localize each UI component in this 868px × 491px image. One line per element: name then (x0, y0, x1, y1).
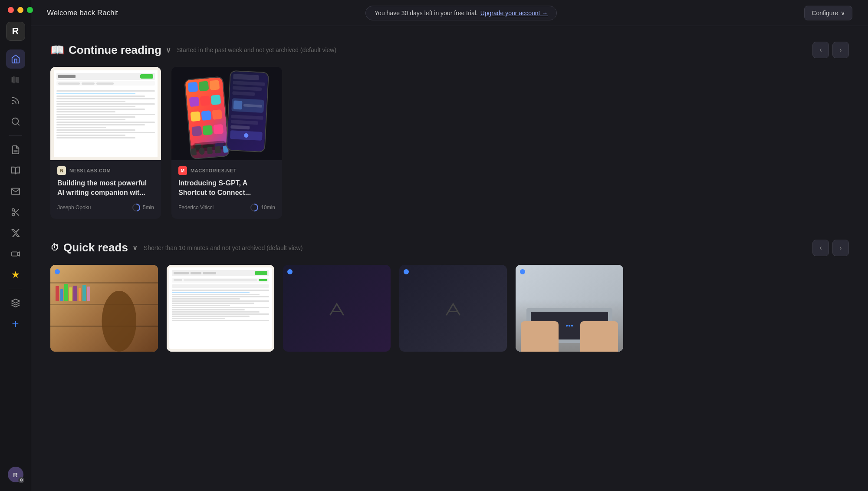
app-logo: R (6, 22, 25, 41)
quick-card-1[interactable] (50, 265, 158, 352)
nesslabs-time: 5min (132, 203, 154, 212)
chevron-down-icon: ∨ (166, 46, 171, 54)
sidebar-item-video[interactable] (6, 244, 25, 264)
content-area: 📖 Continue reading ∨ Started in the past… (31, 26, 868, 491)
readwise-symbol-4 (440, 295, 466, 321)
nesslabs-author: Joseph Opoku (57, 204, 91, 211)
sidebar-item-notes[interactable] (6, 140, 25, 159)
sidebar-item-scissors[interactable] (6, 203, 25, 222)
svg-line-12 (16, 213, 19, 215)
continue-reading-cards: N NESSLABS.COM Building the most powerfu… (50, 67, 849, 219)
avatar-settings-badge: ⚙ (18, 477, 24, 483)
svg-marker-16 (11, 299, 19, 303)
trial-pill: You have 30 days left in your free trial… (365, 6, 557, 20)
minimize-button[interactable] (17, 7, 23, 13)
trial-banner: You have 30 days left in your free trial… (127, 6, 796, 20)
svg-marker-15 (17, 252, 20, 256)
traffic-lights (8, 7, 33, 13)
qr-next-arrow[interactable]: › (832, 240, 849, 256)
sidebar-item-home[interactable] (6, 49, 25, 69)
macstories-card-meta: Federico Viticci 10min (178, 203, 275, 212)
book-icon: 📖 (50, 43, 64, 57)
close-button[interactable] (8, 7, 14, 13)
main-content: Welcome back Rachit You have 30 days lef… (31, 0, 868, 491)
card-image-nesslabs (50, 67, 161, 160)
upgrade-link[interactable]: Upgrade your account → (480, 10, 548, 16)
quick-reads-title[interactable]: ⏱ Quick reads ∨ (50, 241, 138, 254)
chevron-down-icon-qr: ∨ (132, 244, 138, 252)
sidebar-item-layers[interactable] (6, 293, 25, 313)
card-body-nesslabs: N NESSLABS.COM Building the most powerfu… (50, 160, 161, 219)
quick-card-3[interactable] (283, 265, 391, 352)
continue-reading-title[interactable]: 📖 Continue reading ∨ (50, 43, 171, 57)
nesslabs-favicon: N (57, 166, 66, 175)
card-source-nesslabs: N NESSLABS.COM (57, 166, 154, 175)
unread-dot-3 (287, 269, 293, 274)
maximize-button[interactable] (27, 7, 33, 13)
quick-card-5[interactable]: ●●● (516, 265, 623, 352)
configure-button[interactable]: Configure ∨ (804, 6, 852, 20)
card-source-macstories: M MACSTORIES.NET (178, 166, 275, 175)
macstories-favicon: M (178, 166, 187, 175)
svg-line-13 (14, 211, 16, 212)
quick-card-2[interactable] (167, 265, 274, 352)
continue-reading-header: 📖 Continue reading ∨ Started in the past… (50, 42, 849, 58)
nesslabs-source-name: NESSLABS.COM (69, 168, 111, 173)
sidebar-item-add[interactable]: + (6, 314, 25, 333)
quick-reads-cards: ●●● (50, 265, 849, 352)
sidebar-item-books[interactable] (6, 161, 25, 180)
article-card-nesslabs[interactable]: N NESSLABS.COM Building the most powerfu… (50, 67, 161, 219)
nesslabs-card-meta: Joseph Opoku 5min (57, 203, 154, 212)
continue-reading-subtitle: Started in the past week and not yet arc… (177, 46, 806, 53)
sidebar-divider-1 (9, 135, 22, 136)
sidebar-divider-2 (9, 289, 22, 289)
continue-reading-nav: ‹ › (812, 42, 849, 58)
avatar[interactable]: R ⚙ (8, 467, 23, 482)
phone-screen-2 (227, 71, 268, 152)
sidebar-item-search[interactable] (6, 112, 25, 131)
macstories-time: 10min (250, 203, 275, 212)
sidebar-item-feed[interactable] (6, 91, 25, 110)
welcome-message: Welcome back Rachit (47, 9, 118, 17)
svg-point-4 (12, 103, 13, 104)
unread-dot-5 (520, 269, 525, 274)
macstories-source-name: MACSTORIES.NET (191, 168, 237, 173)
macstories-author: Federico Viticci (178, 204, 214, 211)
sidebar-item-twitter[interactable] (6, 224, 25, 243)
sidebar-item-email[interactable] (6, 182, 25, 201)
doc-screenshot (54, 70, 158, 157)
quick-reads-header: ⏱ Quick reads ∨ Shorter than 10 minutes … (50, 240, 849, 256)
readwise-symbol-3 (324, 295, 350, 321)
prev-arrow[interactable]: ‹ (812, 42, 829, 58)
chevron-down-icon: ∨ (841, 10, 845, 16)
sidebar-item-starred[interactable]: ★ (6, 265, 25, 284)
progress-ring-macstories (250, 203, 259, 212)
nesslabs-card-title: Building the most powerful AI writing co… (57, 178, 154, 198)
quick-reads-subtitle: Shorter than 10 minutes and not yet arch… (144, 244, 806, 251)
svg-rect-14 (11, 252, 17, 256)
sidebar-item-library[interactable] (6, 70, 25, 89)
sidebar: R (0, 0, 31, 491)
doc-header (56, 73, 155, 80)
quick-card-4[interactable] (399, 265, 507, 352)
unread-dot-4 (404, 269, 409, 274)
quick-reads-nav: ‹ › (812, 240, 849, 256)
svg-line-6 (17, 123, 19, 125)
next-arrow[interactable]: › (832, 42, 849, 58)
unread-dot-1 (55, 269, 60, 274)
doc-btn (140, 74, 153, 79)
phone-mock-1 (184, 76, 230, 159)
topbar: Welcome back Rachit You have 30 days lef… (31, 0, 868, 26)
progress-ring-nesslabs (132, 203, 141, 212)
qr-prev-arrow[interactable]: ‹ (812, 240, 829, 256)
card-body-macstories: M MACSTORIES.NET Introducing S-GPT, A Sh… (171, 160, 282, 219)
card-image-macstories (171, 67, 282, 160)
phone-mock-2 (226, 70, 269, 152)
trial-text: You have 30 days left in your free trial… (375, 10, 478, 16)
article-card-macstories[interactable]: M MACSTORIES.NET Introducing S-GPT, A Sh… (171, 67, 282, 219)
clock-icon: ⏱ (50, 243, 59, 253)
macstories-card-title: Introducing S-GPT, A Shortcut to Connect… (178, 178, 275, 198)
